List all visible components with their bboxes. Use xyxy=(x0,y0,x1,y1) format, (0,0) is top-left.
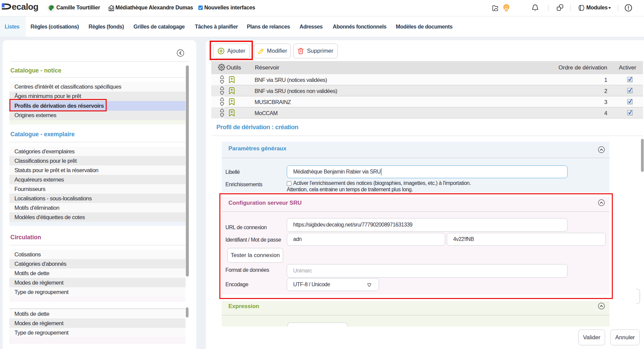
svg-text:ecalog: ecalog xyxy=(12,2,38,12)
